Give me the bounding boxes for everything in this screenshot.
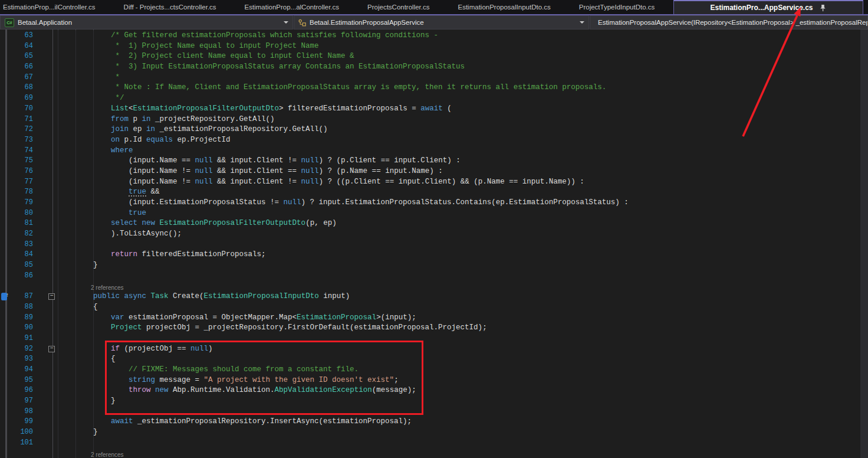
code-text	[58, 438, 860, 449]
codelens-row: 2 references	[0, 449, 860, 458]
code-line: 63 /* Get filtered estimationProposals w…	[0, 31, 860, 41]
codelens-row: 2 references	[0, 282, 860, 292]
editor-tab[interactable]: Diff - Projects...ctsController.cs	[110, 0, 231, 14]
fold-margin	[37, 427, 58, 438]
code-line: 75 (input.Name == null && input.Client !…	[0, 156, 860, 166]
glyph-margin	[0, 385, 18, 396]
code-line: 87− public async Task Create(EstimationP…	[0, 292, 860, 302]
line-number: 101	[18, 438, 37, 449]
glyph-margin	[0, 93, 18, 104]
project-dropdown-label: Betaal.Application	[18, 19, 72, 26]
code-text: select new EstimationProposalFilterOutpu…	[58, 218, 860, 229]
glyph-margin	[0, 260, 18, 271]
fold-margin	[37, 83, 58, 93]
code-text: }	[58, 260, 860, 271]
code-text: ).ToListAsync();	[58, 229, 860, 240]
glyph-margin	[0, 354, 18, 365]
code-line: 68 * Note : If Name, Client and Estimati…	[0, 83, 860, 93]
glyph-margin	[0, 396, 18, 407]
line-number: 80	[18, 208, 37, 219]
line-number: 75	[18, 156, 37, 166]
fold-margin	[37, 218, 58, 229]
code-line: 80 true	[0, 208, 860, 219]
glyph-margin	[0, 73, 18, 83]
editor-scrollbar[interactable]	[860, 30, 868, 458]
fold-margin	[37, 396, 58, 407]
editor-tab[interactable]: EstimationProp...ilController.cs	[0, 0, 110, 14]
code-line: 89 var estimationProposal = ObjectMapper…	[0, 313, 860, 323]
code-text: * 1) Project Name equal to input Project…	[58, 41, 860, 52]
code-text: on p.Id equals ep.ProjectId	[58, 135, 860, 146]
line-number: 70	[18, 104, 37, 114]
line-number: 99	[18, 417, 37, 427]
glyph-margin	[0, 427, 18, 438]
line-number: 74	[18, 146, 37, 156]
fold-toggle[interactable]: −	[48, 293, 55, 300]
fold-margin	[37, 417, 58, 427]
glyph-margin	[0, 323, 18, 333]
line-number: 66	[18, 62, 37, 73]
glyph-margin	[0, 449, 18, 458]
code-text: var estimationProposal = ObjectMapper.Ma…	[58, 313, 860, 323]
glyph-margin	[0, 114, 18, 125]
glyph-margin	[0, 125, 18, 135]
fold-margin: −	[37, 344, 58, 355]
tab-label: EstimationProp...alController.cs	[245, 4, 339, 11]
editor-tab[interactable]: EstimationProposalInputDto.cs	[444, 0, 565, 14]
fold-margin	[37, 114, 58, 125]
glyph-margin	[0, 302, 18, 313]
fold-margin	[37, 62, 58, 73]
editor-tab[interactable]: EstimationProp...alController.cs	[231, 0, 353, 14]
line-number	[18, 282, 37, 292]
line-number: 71	[18, 114, 37, 125]
glyph-margin	[0, 156, 18, 166]
chevron-down-icon	[580, 21, 584, 24]
tab-bar: EstimationProp...ilController.cs Diff - …	[0, 0, 868, 15]
glyph-margin	[0, 292, 18, 302]
glyph-margin	[0, 41, 18, 52]
fold-margin	[37, 31, 58, 41]
code-text: {	[58, 302, 860, 313]
pin-icon[interactable]	[819, 4, 827, 12]
code-text: * 3) Input EstimationProposalStatus arra…	[58, 62, 860, 73]
code-text: * Note : If Name, Client and EstimationP…	[58, 83, 860, 93]
class-dropdown[interactable]: Betaal.EstimationProposalAppService	[294, 15, 589, 30]
tab-label: EstimationProposalInputDto.cs	[458, 4, 551, 11]
line-number: 82	[18, 229, 37, 240]
fold-toggle[interactable]: −	[48, 346, 55, 352]
code-text: }	[58, 427, 860, 438]
editor-tab-active[interactable]: EstimationPro...AppService.cs	[673, 0, 863, 14]
code-text: where	[58, 146, 860, 156]
line-number: 65	[18, 51, 37, 62]
class-icon	[298, 19, 306, 27]
code-line: 84 return filteredEstimationProposals;	[0, 250, 860, 260]
chevron-down-icon	[284, 21, 288, 24]
code-editor[interactable]: 63 /* Get filtered estimationProposals w…	[0, 30, 868, 458]
code-line: 99 await _estimationProposalRepository.I…	[0, 417, 860, 427]
line-number: 76	[18, 166, 37, 177]
code-line: 86	[0, 271, 860, 282]
glyph-margin	[0, 250, 18, 260]
line-number: 95	[18, 375, 37, 386]
line-number: 98	[18, 407, 37, 417]
fold-margin	[37, 125, 58, 135]
line-number: 81	[18, 218, 37, 229]
editor-tab[interactable]: ProjectsController.cs	[353, 0, 443, 14]
fold-margin	[37, 93, 58, 104]
fold-margin	[37, 166, 58, 177]
line-number: 89	[18, 313, 37, 323]
member-dropdown[interactable]: EstimationProposalAppService(IRepository…	[590, 15, 868, 30]
fold-margin	[37, 229, 58, 240]
glyph-margin	[0, 417, 18, 427]
line-number	[18, 449, 37, 458]
editor-tab[interactable]: ProjectTypeIdInputDto.cs	[565, 0, 669, 14]
line-number: 68	[18, 83, 37, 93]
fold-margin: −	[37, 292, 58, 302]
glyph-margin	[0, 438, 18, 449]
code-text: public async Task Create(EstimationPropo…	[58, 292, 860, 302]
vs-window: EstimationProp...ilController.cs Diff - …	[0, 0, 868, 458]
project-dropdown[interactable]: C# Betaal.Application	[0, 15, 293, 30]
code-line: 78 true &&	[0, 187, 860, 198]
code-text: join ep in _estimationProposalRepository…	[58, 125, 860, 135]
code-line: 85 }	[0, 260, 860, 271]
